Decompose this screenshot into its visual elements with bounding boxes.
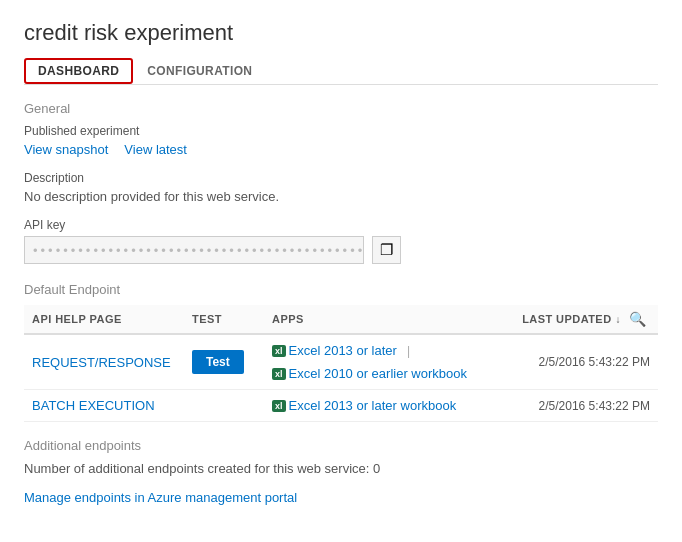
test-button-cell-be — [184, 390, 264, 422]
col-last-updated: LAST UPDATED ↓ 🔍 — [488, 305, 658, 334]
tab-configuration[interactable]: CONFIGURATION — [133, 58, 266, 84]
view-snapshot-link[interactable]: View snapshot — [24, 142, 108, 157]
batch-execution-link-cell: BATCH EXECUTION — [24, 390, 184, 422]
test-button-cell: Test — [184, 334, 264, 390]
excel-2013-link-be[interactable]: xl Excel 2013 or later workbook — [272, 398, 456, 413]
general-section: General Published experiment View snapsh… — [24, 101, 658, 264]
api-key-value: ••••••••••••••••••••••••••••••••••••••••… — [24, 236, 364, 264]
apps-cell-be: xl Excel 2013 or later workbook — [264, 390, 488, 422]
description-label: Description — [24, 171, 658, 185]
excel-2013-label-rr[interactable]: Excel 2013 or later — [289, 343, 397, 358]
manage-endpoints-link[interactable]: Manage endpoints in Azure management por… — [24, 490, 297, 505]
default-endpoint-section: Default Endpoint API HELP PAGE TEST APPS… — [24, 282, 658, 422]
description-section: Description No description provided for … — [24, 171, 658, 204]
api-key-row: ••••••••••••••••••••••••••••••••••••••••… — [24, 236, 658, 264]
last-updated-label: LAST UPDATED — [522, 313, 611, 325]
excel-2013-link-rr[interactable]: xl Excel 2013 or later — [272, 343, 397, 358]
api-key-section: API key ••••••••••••••••••••••••••••••••… — [24, 218, 658, 264]
copy-icon: ❐ — [380, 241, 393, 259]
page-title: credit risk experiment — [24, 20, 658, 46]
excel-2010-label-rr[interactable]: Excel 2010 or earlier workbook — [289, 366, 467, 381]
api-key-label: API key — [24, 218, 658, 232]
batch-execution-link[interactable]: BATCH EXECUTION — [32, 398, 155, 413]
apps-cell-rr: xl Excel 2013 or later | xl Excel 2010 o… — [264, 334, 488, 390]
excel-2013-label-be[interactable]: Excel 2013 or later workbook — [289, 398, 457, 413]
request-response-link-cell: REQUEST/RESPONSE — [24, 334, 184, 390]
table-row: REQUEST/RESPONSE Test xl Excel 2013 or l… — [24, 334, 658, 390]
table-row: BATCH EXECUTION xl Excel 2013 or later w… — [24, 390, 658, 422]
last-updated-be: 2/5/2016 5:43:22 PM — [488, 390, 658, 422]
excel-badge-2013-be: xl — [272, 400, 286, 412]
apps-list-be: xl Excel 2013 or later workbook — [272, 398, 480, 413]
col-apps: APPS — [264, 305, 488, 334]
col-test: TEST — [184, 305, 264, 334]
endpoint-table: API HELP PAGE TEST APPS LAST UPDATED ↓ 🔍 — [24, 305, 658, 422]
request-response-link[interactable]: REQUEST/RESPONSE — [32, 355, 171, 370]
col-api-help-page: API HELP PAGE — [24, 305, 184, 334]
last-updated-rr: 2/5/2016 5:43:22 PM — [488, 334, 658, 390]
additional-endpoints-count: Number of additional endpoints created f… — [24, 461, 658, 476]
tabs-bar: DASHBOARD CONFIGURATION — [24, 58, 658, 85]
tab-dashboard[interactable]: DASHBOARD — [24, 58, 133, 84]
default-endpoint-label: Default Endpoint — [24, 282, 658, 297]
test-button-rr[interactable]: Test — [192, 350, 244, 374]
published-experiment-links: View snapshot View latest — [24, 142, 658, 157]
copy-api-key-button[interactable]: ❐ — [372, 236, 401, 264]
main-container: credit risk experiment DASHBOARD CONFIGU… — [0, 0, 682, 525]
additional-endpoints-section: Additional endpoints Number of additiona… — [24, 438, 658, 505]
excel-badge-2010-rr: xl — [272, 368, 286, 380]
table-header-row: API HELP PAGE TEST APPS LAST UPDATED ↓ 🔍 — [24, 305, 658, 334]
apps-list-rr: xl Excel 2013 or later | xl Excel 2010 o… — [272, 343, 480, 381]
published-experiment: Published experiment View snapshot View … — [24, 124, 658, 157]
additional-endpoints-label: Additional endpoints — [24, 438, 658, 453]
sort-desc-icon: ↓ — [616, 314, 621, 325]
general-label: General — [24, 101, 658, 116]
published-experiment-label: Published experiment — [24, 124, 658, 138]
excel-2010-link-rr[interactable]: xl Excel 2010 or earlier workbook — [272, 366, 467, 381]
description-text: No description provided for this web ser… — [24, 189, 658, 204]
view-latest-link[interactable]: View latest — [124, 142, 187, 157]
excel-badge-2013-rr: xl — [272, 345, 286, 357]
search-button[interactable]: 🔍 — [625, 311, 650, 327]
